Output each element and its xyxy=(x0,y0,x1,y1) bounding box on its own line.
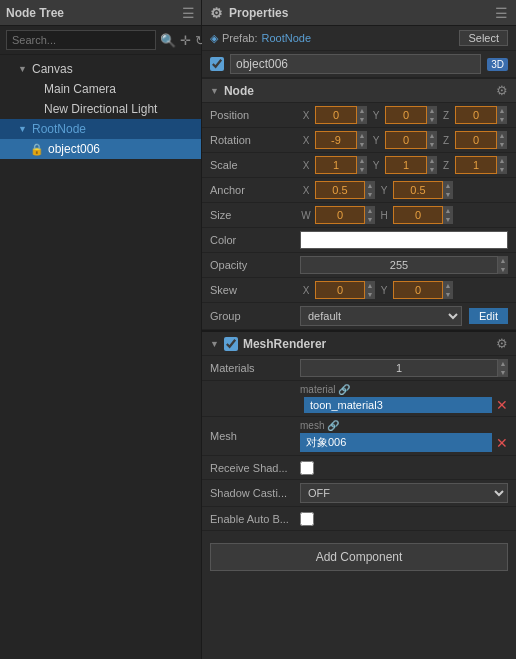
skew-y-up[interactable]: ▲ xyxy=(443,281,453,290)
rot-z-down[interactable]: ▼ xyxy=(497,140,507,149)
material-item-controls: material 🔗 toon_material3 ✕ xyxy=(300,384,508,413)
materials-count-input[interactable] xyxy=(300,359,498,377)
node-tree-menu-icon[interactable]: ☰ xyxy=(182,5,195,21)
skew-y-input[interactable] xyxy=(393,281,443,299)
anchor-y-up[interactable]: ▲ xyxy=(443,181,453,190)
opacity-up[interactable]: ▲ xyxy=(498,256,508,265)
size-w-up[interactable]: ▲ xyxy=(365,206,375,215)
rot-z-label: Z xyxy=(440,135,452,146)
opacity-input[interactable] xyxy=(300,256,498,274)
pos-x-input[interactable] xyxy=(315,106,357,124)
anchor-x-down[interactable]: ▼ xyxy=(365,190,375,199)
rot-z-up[interactable]: ▲ xyxy=(497,131,507,140)
material-value[interactable]: toon_material3 xyxy=(304,397,492,413)
properties-menu-icon[interactable]: ☰ xyxy=(495,5,508,21)
search-icon[interactable]: 🔍 xyxy=(160,33,176,48)
skew-y-spin: ▲ ▼ xyxy=(443,281,453,299)
opacity-down[interactable]: ▼ xyxy=(498,265,508,274)
anchor-x-input[interactable] xyxy=(315,181,365,199)
size-h-down[interactable]: ▼ xyxy=(443,215,453,224)
add-node-icon[interactable]: ✛ xyxy=(180,33,191,48)
mesh-renderer-header[interactable]: ▼ MeshRenderer ⚙ xyxy=(202,330,516,356)
pos-y-up[interactable]: ▲ xyxy=(427,106,437,115)
skew-x-down[interactable]: ▼ xyxy=(365,290,375,299)
size-h-input[interactable] xyxy=(393,206,443,224)
pos-z-input[interactable] xyxy=(455,106,497,124)
group-edit-button[interactable]: Edit xyxy=(469,308,508,324)
node-gear-icon[interactable]: ⚙ xyxy=(496,83,508,98)
material-value-row: toon_material3 ✕ xyxy=(300,397,508,413)
receive-shad-checkbox[interactable] xyxy=(300,461,314,475)
select-button[interactable]: Select xyxy=(459,30,508,46)
rot-y-label: Y xyxy=(370,135,382,146)
search-bar: 🔍 ✛ ↻ xyxy=(0,26,201,55)
material-remove-icon[interactable]: ✕ xyxy=(496,397,508,413)
anchor-y-input[interactable] xyxy=(393,181,443,199)
skew-y-label: Y xyxy=(378,285,390,296)
enable-auto-b-checkbox[interactable] xyxy=(300,512,314,526)
group-select[interactable]: default xyxy=(300,306,462,326)
rot-x-down[interactable]: ▼ xyxy=(357,140,367,149)
scale-z-input[interactable] xyxy=(455,156,497,174)
object-enabled-checkbox[interactable] xyxy=(210,57,224,71)
anchor-x-up[interactable]: ▲ xyxy=(365,181,375,190)
mesh-remove-icon[interactable]: ✕ xyxy=(496,435,508,451)
scale-y-down[interactable]: ▼ xyxy=(427,165,437,174)
scale-x-group: ▲ ▼ xyxy=(315,156,367,174)
color-swatch[interactable] xyxy=(300,231,508,249)
rot-z-input[interactable] xyxy=(455,131,497,149)
pos-x-up[interactable]: ▲ xyxy=(357,106,367,115)
scale-x-input[interactable] xyxy=(315,156,357,174)
3d-badge: 3D xyxy=(487,58,508,71)
pos-z-up[interactable]: ▲ xyxy=(497,106,507,115)
scale-z-up[interactable]: ▲ xyxy=(497,156,507,165)
add-component-button[interactable]: Add Component xyxy=(210,543,508,571)
rot-y-up[interactable]: ▲ xyxy=(427,131,437,140)
mesh-title-row: ▼ MeshRenderer xyxy=(210,337,326,351)
size-h-up[interactable]: ▲ xyxy=(443,206,453,215)
scale-z-down[interactable]: ▼ xyxy=(497,165,507,174)
pos-y-input[interactable] xyxy=(385,106,427,124)
anchor-y-label: Y xyxy=(378,185,390,196)
node-section-header[interactable]: ▼ Node ⚙ xyxy=(202,78,516,103)
rot-y-input[interactable] xyxy=(385,131,427,149)
mesh-row: Mesh mesh 🔗 对象006 ✕ xyxy=(202,417,516,456)
tree-item-object006[interactable]: 🔒 object006 xyxy=(0,139,201,159)
size-w-down[interactable]: ▼ xyxy=(365,215,375,224)
search-input[interactable] xyxy=(6,30,156,50)
materials-count-down[interactable]: ▼ xyxy=(498,368,508,377)
object006-label: object006 xyxy=(48,142,100,156)
scale-y-input[interactable] xyxy=(385,156,427,174)
mesh-value[interactable]: 对象006 xyxy=(300,433,492,452)
skew-x-up[interactable]: ▲ xyxy=(365,281,375,290)
tree-item-root-node[interactable]: ▼ RootNode xyxy=(0,119,201,139)
rot-x-up[interactable]: ▲ xyxy=(357,131,367,140)
shadow-cast-select[interactable]: OFF ON TwoSided ShadowsOnly xyxy=(300,483,508,503)
materials-count-label: Materials xyxy=(210,362,300,374)
skew-y-down[interactable]: ▼ xyxy=(443,290,453,299)
rot-y-down[interactable]: ▼ xyxy=(427,140,437,149)
properties-header: ⚙ Properties ☰ xyxy=(202,0,516,26)
tree-item-directional-light[interactable]: New Directional Light xyxy=(0,99,201,119)
mesh-renderer-checkbox[interactable] xyxy=(224,337,238,351)
tree-item-main-camera[interactable]: Main Camera xyxy=(0,79,201,99)
pos-x-down[interactable]: ▼ xyxy=(357,115,367,124)
materials-count-up[interactable]: ▲ xyxy=(498,359,508,368)
object-name-input[interactable] xyxy=(230,54,481,74)
pos-z-down[interactable]: ▼ xyxy=(497,115,507,124)
dir-light-label: New Directional Light xyxy=(44,102,157,116)
pos-y-down[interactable]: ▼ xyxy=(427,115,437,124)
mesh-renderer-gear-icon[interactable]: ⚙ xyxy=(496,336,508,351)
tree-item-canvas[interactable]: ▼ Canvas xyxy=(0,59,201,79)
anchor-y-down[interactable]: ▼ xyxy=(443,190,453,199)
skew-x-input[interactable] xyxy=(315,281,365,299)
node-tree-header: Node Tree ☰ xyxy=(0,0,201,26)
scale-x-down[interactable]: ▼ xyxy=(357,165,367,174)
scale-x-up[interactable]: ▲ xyxy=(357,156,367,165)
scale-y-up[interactable]: ▲ xyxy=(427,156,437,165)
scale-y-spin: ▲ ▼ xyxy=(427,156,437,174)
size-w-input[interactable] xyxy=(315,206,365,224)
scale-y-label: Y xyxy=(370,160,382,171)
shadow-cast-row: Shadow Casti... OFF ON TwoSided ShadowsO… xyxy=(202,480,516,507)
rot-x-input[interactable] xyxy=(315,131,357,149)
